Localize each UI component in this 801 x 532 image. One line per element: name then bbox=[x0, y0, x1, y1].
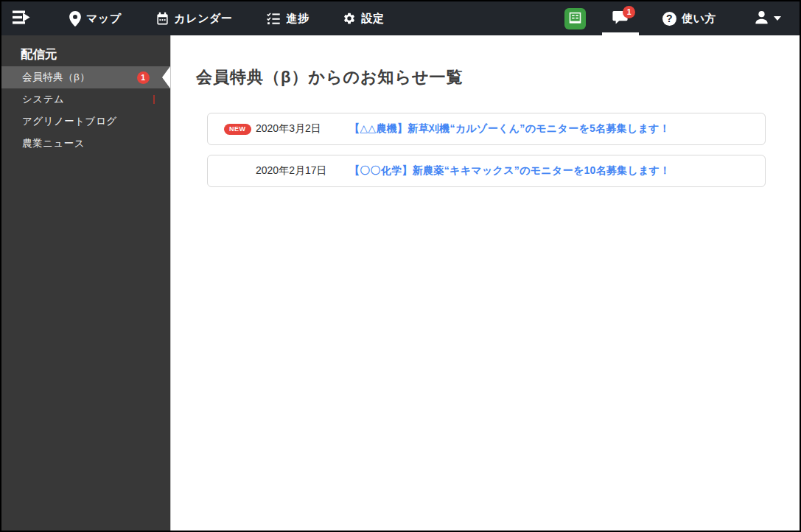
app-window: マップ カレンダー bbox=[0, 0, 801, 532]
sidebar-item-member-benefits[interactable]: 会員特典（β） 1 bbox=[1, 66, 170, 88]
map-pin-icon bbox=[69, 11, 81, 27]
sidebar-item-label: 農業ニュース bbox=[22, 137, 85, 150]
sidebar-toggle-button[interactable] bbox=[4, 1, 39, 35]
topbar-right: 1 ? 使い方 bbox=[564, 1, 800, 35]
nav-settings[interactable]: 設定 bbox=[334, 1, 393, 35]
sidebar-item-agrinote-blog[interactable]: アグリノートブログ bbox=[1, 111, 170, 133]
notification-row[interactable]: 2020年2月17日 【〇〇化学】新農薬“キキマックス”のモニターを10名募集し… bbox=[207, 155, 766, 187]
main-content: 会員特典（β）からのお知らせ一覧 NEW 2020年3月2日 【△△農機】新草刈… bbox=[170, 35, 800, 531]
sidebar-item-label: アグリノートブログ bbox=[22, 115, 117, 128]
nav-map[interactable]: マップ bbox=[60, 1, 130, 35]
selected-item-notch bbox=[162, 66, 170, 88]
sidebar-expand-icon bbox=[12, 10, 32, 27]
topbar-nav: マップ カレンダー bbox=[52, 1, 401, 35]
account-menu-button[interactable] bbox=[753, 1, 781, 35]
notification-count-badge: 1 bbox=[623, 6, 635, 18]
caret-down-icon bbox=[774, 16, 781, 21]
sidebar-item-system[interactable]: システム bbox=[1, 88, 170, 111]
question-mark-icon: ? bbox=[662, 12, 676, 26]
nav-progress[interactable]: 進捗 bbox=[257, 1, 318, 35]
sidebar-header: 配信元 bbox=[1, 35, 170, 66]
notification-date: 2020年2月17日 bbox=[256, 164, 349, 178]
notification-date: 2020年3月2日 bbox=[256, 122, 349, 136]
sidebar-item-label: システム bbox=[22, 93, 64, 106]
notification-row[interactable]: NEW 2020年3月2日 【△△農機】新草刈機“カルゾーくん”のモニターを5名… bbox=[207, 113, 766, 145]
page-title: 会員特典（β）からのお知らせ一覧 bbox=[196, 66, 800, 88]
active-tab-underline bbox=[602, 32, 639, 35]
nav-progress-label: 進捗 bbox=[286, 12, 309, 26]
new-badge-slot: NEW bbox=[224, 124, 256, 135]
app-body: 配信元 会員特典（β） 1 システム アグリノートブログ 農業ニュース bbox=[1, 35, 800, 531]
sidebar-nav: 会員特典（β） 1 システム アグリノートブログ 農業ニュース bbox=[1, 66, 170, 155]
topbar: マップ カレンダー bbox=[1, 1, 800, 35]
calendar-icon bbox=[155, 12, 169, 26]
pesticide-search-button[interactable] bbox=[564, 1, 586, 35]
sidebar: 配信元 会員特典（β） 1 システム アグリノートブログ 農業ニュース bbox=[1, 35, 170, 531]
user-avatar-icon bbox=[753, 9, 770, 29]
notification-link[interactable]: 【△△農機】新草刈機“カルゾーくん”のモニターを5名募集します！ bbox=[349, 122, 670, 136]
notification-link[interactable]: 【〇〇化学】新農薬“キキマックス”のモニターを10名募集します！ bbox=[349, 164, 671, 178]
progress-checklist-icon bbox=[266, 12, 281, 26]
green-book-icon bbox=[564, 8, 586, 29]
nav-map-label: マップ bbox=[86, 12, 122, 26]
system-row-marker bbox=[153, 95, 155, 104]
nav-calendar-label: カレンダー bbox=[175, 12, 233, 26]
nav-settings-label: 設定 bbox=[361, 12, 384, 26]
notification-list: NEW 2020年3月2日 【△△農機】新草刈機“カルゾーくん”のモニターを5名… bbox=[207, 113, 766, 187]
new-badge: NEW bbox=[224, 124, 251, 135]
sidebar-item-agri-news[interactable]: 農業ニュース bbox=[1, 133, 170, 155]
nav-help-label: 使い方 bbox=[682, 12, 716, 26]
nav-help[interactable]: ? 使い方 bbox=[654, 1, 725, 35]
unread-count-badge: 1 bbox=[137, 71, 150, 84]
sidebar-item-label: 会員特典（β） bbox=[22, 71, 90, 84]
nav-notifications-tab[interactable]: 1 bbox=[602, 1, 639, 35]
gear-icon bbox=[343, 12, 356, 25]
nav-calendar[interactable]: カレンダー bbox=[147, 1, 242, 35]
